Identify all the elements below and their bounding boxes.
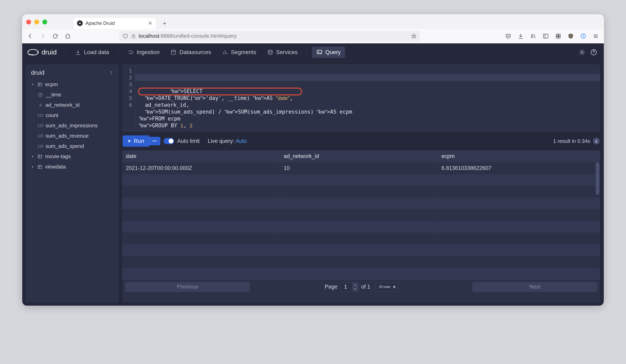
live-query-value[interactable]: Auto xyxy=(235,138,247,144)
auto-limit-label: Auto limit xyxy=(177,138,200,144)
svg-rect-4 xyxy=(556,36,558,38)
titlebar: Apache Druid ✕ ＋ xyxy=(22,14,604,29)
column-header[interactable]: date xyxy=(122,150,280,162)
brand-text: druid xyxy=(41,48,57,56)
bookmark-icon[interactable] xyxy=(411,33,417,39)
settings-icon[interactable] xyxy=(577,47,587,57)
extension1-icon[interactable] xyxy=(553,31,563,41)
svg-point-10 xyxy=(268,50,272,51)
schema-tree: ecpm__timeAad_network_id123count123sum_a… xyxy=(28,78,117,173)
nav-datasources[interactable]: Datasources xyxy=(166,47,215,58)
run-more-button[interactable]: ••• xyxy=(149,137,160,145)
table-row xyxy=(122,268,600,280)
column-item[interactable]: Aad_network_id xyxy=(29,100,116,110)
svg-rect-3 xyxy=(559,34,560,36)
maximize-window-icon[interactable] xyxy=(42,20,47,24)
scrollbar[interactable] xyxy=(596,162,599,195)
datasource-item[interactable]: movie-tags xyxy=(29,151,116,162)
nav-load-data[interactable]: Load data xyxy=(71,47,114,58)
sql-editor[interactable]: 123456 "kw">SELECT "kw">DATE_TRUNC("str"… xyxy=(122,64,600,132)
minimize-window-icon[interactable] xyxy=(34,20,39,24)
tab-title: Apache Druid xyxy=(85,20,145,26)
run-button[interactable]: Run xyxy=(123,135,149,147)
table-row xyxy=(122,198,600,209)
new-tab-button[interactable]: ＋ xyxy=(160,19,169,28)
brand-logo[interactable]: druid xyxy=(27,48,57,57)
column-item[interactable]: 123sum_ads_impressions xyxy=(29,121,116,131)
run-bar: Run ••• Auto limit Live query: Auto 1 re… xyxy=(122,135,600,148)
editor-code[interactable]: "kw">SELECT "kw">DATE_TRUNC("str">'day',… xyxy=(135,64,600,132)
datasource-item[interactable]: ecpm xyxy=(29,79,116,90)
nav-query[interactable]: Query xyxy=(312,47,345,58)
shield-icon xyxy=(123,33,128,39)
cell: 2021-12-20T00:00:00.000Z xyxy=(122,162,280,174)
next-button[interactable]: Next xyxy=(472,282,597,292)
highlight-annotation xyxy=(138,87,302,95)
close-tab-icon[interactable]: ✕ xyxy=(148,20,153,26)
schema-sidebar: druid ecpm__timeAad_network_id123count12… xyxy=(26,64,118,302)
sort-icon[interactable] xyxy=(109,70,113,75)
nav-segments[interactable]: Segments xyxy=(218,47,261,58)
run-button-group: Run ••• xyxy=(123,135,160,147)
help-icon[interactable] xyxy=(589,47,599,57)
table-icon xyxy=(37,154,43,160)
table-row xyxy=(122,186,600,198)
svg-rect-5 xyxy=(559,36,560,38)
nav-services[interactable]: Services xyxy=(263,47,302,58)
svg-rect-14 xyxy=(38,83,42,86)
home-button[interactable] xyxy=(63,31,73,41)
cell: 10 xyxy=(280,162,438,174)
column-item[interactable]: 123count xyxy=(29,110,116,121)
download-results-icon[interactable] xyxy=(593,138,600,144)
column-item[interactable]: 123sum_ads_spend xyxy=(29,141,116,151)
browser-window: Apache Druid ✕ ＋ localhost:8888/unified-… xyxy=(22,14,604,306)
close-window-icon[interactable] xyxy=(26,20,31,24)
back-button[interactable] xyxy=(25,31,36,41)
svg-point-12 xyxy=(581,51,583,53)
column-header[interactable]: ad_network_id xyxy=(280,150,438,162)
svg-rect-0 xyxy=(132,36,135,38)
browser-tab[interactable]: Apache Druid ✕ xyxy=(74,18,156,29)
nav-ingestion[interactable]: Ingestion xyxy=(123,47,164,58)
downloads-icon[interactable] xyxy=(515,31,526,41)
reload-button[interactable] xyxy=(50,31,61,41)
menu-button[interactable] xyxy=(590,31,601,41)
svg-rect-11 xyxy=(317,50,322,54)
column-header[interactable]: ecpm xyxy=(438,150,600,162)
address-bar[interactable]: localhost:8888/unified-console.html#quer… xyxy=(119,31,420,41)
extension2-icon[interactable] xyxy=(578,31,588,41)
forward-button[interactable] xyxy=(38,31,48,41)
datasource-item[interactable]: viewdata xyxy=(29,162,116,172)
pager: Previous Page 1 ▴▾ of 1 xyxy=(122,280,600,294)
column-item[interactable]: 123sum_ads_revenue xyxy=(29,131,116,141)
svg-rect-17 xyxy=(38,165,42,168)
rows-select[interactable]: 20 rows xyxy=(375,283,398,291)
string-icon: A xyxy=(38,102,43,108)
number-icon: 123 xyxy=(38,123,43,128)
druid-app: druid Load data Ingestion Datasources Se… xyxy=(22,43,604,306)
previous-button[interactable]: Previous xyxy=(125,282,250,292)
number-icon: 123 xyxy=(38,133,43,139)
auto-limit-toggle[interactable] xyxy=(163,138,174,144)
page-label: Page xyxy=(325,284,337,290)
result-info: 1 result in 0.34s xyxy=(553,138,590,144)
live-query-label: Live query: Auto xyxy=(208,138,247,144)
table-row xyxy=(122,174,600,186)
sidebar-icon[interactable] xyxy=(541,31,551,41)
table-row xyxy=(122,256,600,268)
svg-rect-2 xyxy=(556,34,558,36)
page-input[interactable]: 1 ▴▾ xyxy=(340,283,358,291)
table-row xyxy=(122,209,600,221)
tab-favicon xyxy=(77,20,83,26)
sidebar-title: druid xyxy=(31,69,44,76)
ublock-icon[interactable] xyxy=(565,31,576,41)
svg-point-7 xyxy=(28,49,38,55)
column-item[interactable]: __time xyxy=(29,90,116,100)
library-icon[interactable] xyxy=(528,31,539,41)
svg-point-8 xyxy=(37,52,39,53)
app-header: druid Load data Ingestion Datasources Se… xyxy=(22,43,604,61)
pocket-icon[interactable] xyxy=(503,31,513,41)
svg-rect-1 xyxy=(544,34,548,38)
lock-icon xyxy=(131,34,136,39)
sidebar-header[interactable]: druid xyxy=(28,67,117,78)
